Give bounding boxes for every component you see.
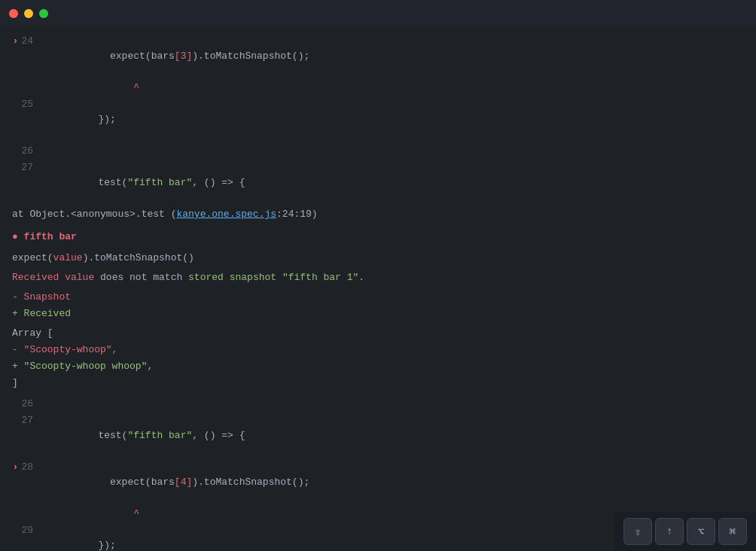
line-gutter: › 24 — [0, 34, 45, 49]
code-line-28: › 28 expect(bars[4]).toMatchSnapshot(); — [0, 459, 756, 506]
expect-line: expect(value).toMatchSnapshot() — [0, 250, 756, 266]
option-key[interactable]: ⌥ — [687, 518, 715, 545]
code-line-26a: 26 — [0, 143, 756, 160]
terminal-content: › 24 expect(bars[3]).toMatchSnapshot(); … — [0, 27, 756, 551]
diff-plus-label: + Received — [0, 306, 756, 322]
up-arrow-key[interactable]: ↑ — [655, 518, 684, 545]
diff-line-plus: + "Scoopty-whoop whoop", — [0, 358, 756, 375]
received-msg: Received value does not match stored sna… — [0, 269, 756, 286]
minimize-button[interactable] — [24, 9, 33, 18]
diff-line-minus: - "Scoopty-whoop", — [0, 342, 756, 358]
code-line-25: 25 }); — [0, 96, 756, 143]
array-close: ] — [0, 375, 756, 391]
code-line-27b: 27 test("fifth bar", () => { — [0, 412, 756, 459]
keyboard-bar: ⇧ ↑ ⌥ ⌘ — [614, 512, 756, 551]
maximize-button[interactable] — [39, 9, 48, 18]
code-line-24: › 24 expect(bars[3]).toMatchSnapshot(); — [0, 33, 756, 80]
array-open: Array [ — [0, 325, 756, 342]
error-location-1: at Object.<anonymous>.test (kanye.one.sp… — [0, 206, 756, 223]
arrow-indicator: › — [13, 34, 19, 49]
command-key[interactable]: ⌘ — [718, 518, 747, 545]
close-button[interactable] — [9, 9, 18, 18]
title-bar — [0, 0, 756, 27]
test-title: ● fifth bar — [0, 229, 756, 245]
shift-key[interactable]: ⇧ — [623, 518, 652, 545]
diff-minus-label: - Snapshot — [0, 289, 756, 306]
spacer1 — [0, 223, 756, 229]
code-line-caret1: ^ — [0, 80, 756, 96]
code-line-27a: 27 test("fifth bar", () => { — [0, 160, 756, 206]
code-line-26b: 26 — [0, 396, 756, 412]
arrow-indicator-2: › — [13, 460, 19, 475]
